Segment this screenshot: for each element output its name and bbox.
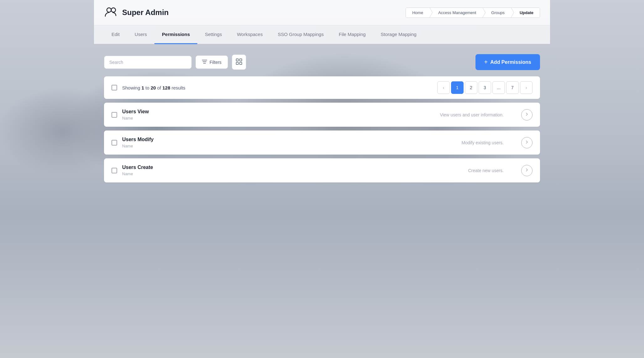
permission-description-users-modify: Modify existing users. — [253, 140, 516, 145]
pagination-page-2[interactable]: 2 — [465, 81, 477, 94]
permission-row-users-create: Users Create Name Create new users. — [104, 158, 540, 182]
permission-nav-button-users-modify[interactable] — [521, 137, 532, 148]
pagination-page-3[interactable]: 3 — [479, 81, 491, 94]
permission-checkbox-users-view[interactable] — [112, 112, 117, 118]
chevron-right-icon — [525, 140, 529, 145]
search-input[interactable] — [104, 56, 192, 69]
svg-rect-6 — [240, 59, 242, 61]
permission-name-users-create: Users Create — [122, 165, 248, 170]
permission-label-users-modify: Name — [122, 144, 248, 148]
permission-checkbox-users-create[interactable] — [112, 168, 117, 173]
pagination-ellipsis: ... — [492, 81, 505, 94]
plus-icon: + — [484, 59, 488, 66]
tab-settings[interactable]: Settings — [197, 25, 229, 44]
svg-rect-8 — [240, 62, 242, 64]
permission-nav-button-users-view[interactable] — [521, 109, 532, 120]
results-bar: Showing 1 to 20 of 128 results ‹ 1 2 3 .… — [104, 76, 540, 99]
filters-button[interactable]: Filters — [195, 55, 228, 69]
breadcrumb-update[interactable]: Update — [511, 8, 540, 18]
toolbar: Filters + Add Permissions — [104, 54, 540, 70]
svg-rect-5 — [236, 59, 238, 61]
filters-label: Filters — [210, 60, 221, 65]
select-all-checkbox[interactable] — [112, 85, 117, 90]
permission-info-users-view: Users View Name — [122, 109, 248, 120]
svg-point-0 — [107, 8, 111, 12]
grid-icon — [236, 59, 242, 66]
permission-name-users-modify: Users Modify — [122, 137, 248, 142]
tabs: Edit Users Permissions Settings Workspac… — [104, 25, 540, 44]
filter-icon — [202, 59, 207, 65]
permission-info-users-modify: Users Modify Name — [122, 137, 248, 148]
permission-description-users-create: Create new users. — [253, 168, 516, 173]
permission-info-users-create: Users Create Name — [122, 165, 248, 176]
chevron-right-icon — [525, 168, 529, 173]
add-permissions-button[interactable]: + Add Permissions — [475, 54, 540, 70]
tab-workspaces[interactable]: Workspaces — [229, 25, 270, 44]
pagination-next[interactable]: › — [520, 81, 532, 94]
grid-view-button[interactable] — [232, 54, 246, 70]
permission-description-users-view: View users and user information. — [253, 112, 516, 117]
results-text: Showing 1 to 20 of 128 results — [122, 85, 185, 90]
tabs-container: Edit Users Permissions Settings Workspac… — [94, 25, 550, 44]
pagination-page-7[interactable]: 7 — [506, 81, 519, 94]
tab-users[interactable]: Users — [127, 25, 154, 44]
permission-checkbox-users-modify[interactable] — [112, 140, 117, 146]
pagination-prev[interactable]: ‹ — [437, 81, 450, 94]
main-content: Filters + Add Permissions — [94, 44, 550, 196]
permission-row-users-modify: Users Modify Name Modify existing users. — [104, 130, 540, 155]
users-icon — [104, 5, 118, 20]
tab-file-mapping[interactable]: File Mapping — [331, 25, 373, 44]
permission-name-users-view: Users View — [122, 109, 248, 115]
permission-row-users-view: Users View Name View users and user info… — [104, 103, 540, 127]
breadcrumb-home[interactable]: Home — [406, 8, 429, 18]
breadcrumb-access-management[interactable]: Access Management — [429, 8, 482, 18]
header-left: Super Admin — [104, 5, 169, 20]
header-title: Super Admin — [122, 8, 169, 17]
header: Super Admin Home Access Management Group… — [94, 0, 550, 25]
tab-storage-mapping[interactable]: Storage Mapping — [373, 25, 424, 44]
tab-edit[interactable]: Edit — [104, 25, 127, 44]
permission-label-users-view: Name — [122, 116, 248, 120]
svg-rect-7 — [236, 62, 238, 64]
chevron-right-icon — [525, 112, 529, 117]
add-permissions-label: Add Permissions — [490, 59, 531, 65]
pagination: ‹ 1 2 3 ... 7 › — [437, 81, 532, 94]
breadcrumb-groups[interactable]: Groups — [482, 8, 511, 18]
breadcrumb: Home Access Management Groups Update — [406, 8, 540, 18]
tab-permissions[interactable]: Permissions — [154, 25, 197, 44]
permission-label-users-create: Name — [122, 171, 248, 176]
svg-point-1 — [111, 8, 116, 12]
pagination-page-1[interactable]: 1 — [451, 81, 464, 94]
permission-nav-button-users-create[interactable] — [521, 165, 532, 176]
tab-sso-group-mappings[interactable]: SSO Group Mappings — [270, 25, 331, 44]
results-left: Showing 1 to 20 of 128 results — [112, 85, 185, 90]
